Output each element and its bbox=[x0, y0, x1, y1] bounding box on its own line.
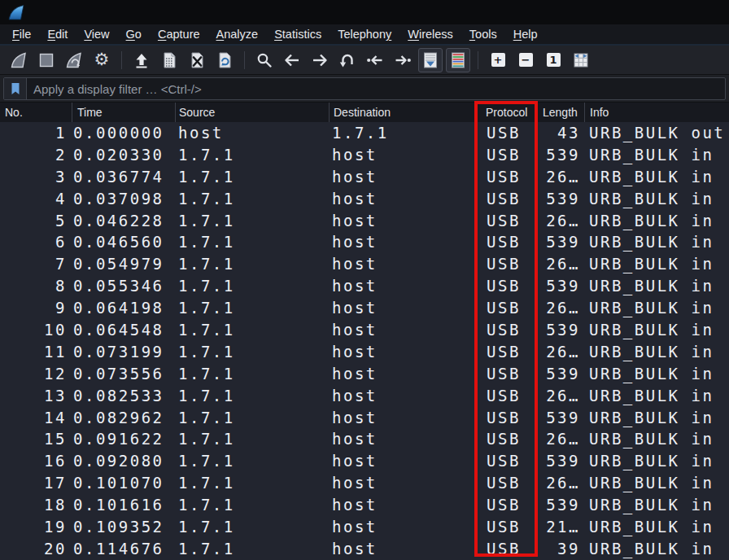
packet-row[interactable]: 130.0825331.7.1hostUSB26…URB_BULK in bbox=[0, 385, 729, 407]
menu-tools[interactable]: Tools bbox=[464, 26, 503, 42]
column-header-time[interactable]: Time bbox=[72, 103, 175, 122]
go-back-icon[interactable] bbox=[280, 48, 304, 72]
menu-telephony[interactable]: Telephony bbox=[332, 26, 397, 42]
packet-row[interactable]: 140.0829621.7.1hostUSB539URB_BULK in bbox=[0, 407, 729, 429]
packet-row[interactable]: 30.0367741.7.1hostUSB26…URB_BULK in bbox=[0, 166, 729, 188]
packet-row[interactable]: 20.0203301.7.1hostUSB539URB_BULK in bbox=[0, 144, 729, 166]
menu-view[interactable]: View bbox=[78, 26, 115, 42]
cell-source: 1.7.1 bbox=[175, 341, 329, 363]
cell-destination: host bbox=[329, 472, 477, 494]
cell-destination: host bbox=[329, 450, 477, 472]
titlebar bbox=[0, 0, 729, 24]
cell-info: URB_BULK in bbox=[584, 516, 729, 538]
capture-options-icon[interactable]: ⚙ bbox=[89, 48, 114, 72]
save-capture-file-icon[interactable] bbox=[157, 48, 181, 72]
cell-no: 4 bbox=[0, 188, 72, 210]
cell-no: 8 bbox=[0, 275, 72, 297]
cell-no: 20 bbox=[0, 538, 72, 560]
packet-row[interactable]: 70.0549791.7.1hostUSB26…URB_BULK in bbox=[0, 253, 729, 275]
cell-source: 1.7.1 bbox=[175, 188, 329, 210]
packet-row[interactable]: 110.0731991.7.1hostUSB26…URB_BULK in bbox=[0, 341, 729, 363]
close-capture-file-icon[interactable] bbox=[185, 48, 209, 72]
zoom-in-icon[interactable]: + bbox=[486, 48, 510, 72]
packet-row[interactable]: 200.1146761.7.1hostUSB39URB_BULK in bbox=[0, 538, 729, 560]
cell-no: 13 bbox=[0, 385, 72, 407]
cell-length: 539 bbox=[537, 275, 584, 297]
cell-length: 539 bbox=[537, 319, 584, 341]
packet-row[interactable]: 80.0553461.7.1hostUSB539URB_BULK in bbox=[0, 275, 729, 297]
wireshark-logo-icon bbox=[7, 2, 26, 22]
cell-source: 1.7.1 bbox=[175, 210, 329, 232]
packet-list: 10.000000host1.7.1USB43URB_BULK out20.02… bbox=[0, 122, 729, 560]
resize-columns-icon[interactable] bbox=[569, 48, 593, 72]
colorize-packets-icon[interactable] bbox=[446, 48, 470, 72]
filter-bookmark-button[interactable] bbox=[4, 78, 27, 99]
column-header-no[interactable]: No. bbox=[0, 103, 72, 122]
cell-no: 18 bbox=[0, 494, 72, 516]
cell-destination: host bbox=[329, 363, 477, 385]
cell-length: 26… bbox=[537, 341, 584, 363]
packet-row[interactable]: 190.1093521.7.1hostUSB21…URB_BULK in bbox=[0, 516, 729, 538]
column-header-protocol[interactable]: Protocol bbox=[477, 103, 537, 122]
menu-go[interactable]: Go bbox=[120, 26, 147, 42]
cell-info: URB_BULK in bbox=[584, 210, 729, 232]
cell-length: 26… bbox=[537, 428, 584, 450]
find-packet-icon[interactable] bbox=[252, 48, 277, 72]
zoom-out-icon[interactable]: − bbox=[513, 48, 538, 72]
open-capture-file-icon[interactable] bbox=[129, 48, 154, 72]
auto-scroll-icon[interactable] bbox=[418, 48, 443, 72]
packet-row[interactable]: 120.0735561.7.1hostUSB539URB_BULK in bbox=[0, 363, 729, 385]
cell-info: URB_BULK in bbox=[584, 407, 729, 429]
menu-wireless[interactable]: Wireless bbox=[402, 26, 459, 42]
cell-time: 0.055346 bbox=[72, 275, 175, 297]
go-last-packet-icon[interactable] bbox=[391, 48, 415, 72]
packet-row[interactable]: 100.0645481.7.1hostUSB539URB_BULK in bbox=[0, 319, 729, 341]
column-header-length[interactable]: Length bbox=[537, 103, 584, 122]
packet-row[interactable]: 50.0462281.7.1hostUSB26…URB_BULK in bbox=[0, 210, 729, 232]
reload-capture-file-icon[interactable] bbox=[212, 48, 237, 72]
go-forward-icon[interactable] bbox=[308, 48, 332, 72]
packet-row[interactable]: 10.000000host1.7.1USB43URB_BULK out bbox=[0, 122, 729, 144]
menu-capture[interactable]: Capture bbox=[152, 26, 206, 42]
cell-info: URB_BULK in bbox=[584, 188, 729, 210]
cell-protocol: USB bbox=[477, 297, 537, 319]
packet-row[interactable]: 60.0465601.7.1hostUSB539URB_BULK in bbox=[0, 231, 729, 253]
cell-info: URB_BULK in bbox=[584, 144, 729, 166]
cell-length: 539 bbox=[537, 450, 584, 472]
stop-capture-icon[interactable] bbox=[34, 48, 59, 72]
packet-table-header: No.TimeSourceDestinationProtocolLengthIn… bbox=[0, 103, 729, 122]
menu-file[interactable]: File bbox=[7, 26, 37, 42]
zoom-100-icon[interactable]: 1 bbox=[541, 48, 565, 72]
column-header-source[interactable]: Source bbox=[175, 103, 329, 122]
display-filter-input[interactable]: Apply a display filter … <Ctrl-/> bbox=[3, 77, 726, 100]
cell-destination: host bbox=[329, 494, 477, 516]
cell-protocol: USB bbox=[477, 341, 537, 363]
column-header-info[interactable]: Info bbox=[584, 103, 729, 122]
cell-info: URB_BULK in bbox=[584, 319, 729, 341]
cell-destination: host bbox=[329, 144, 477, 166]
menubar: FileEditViewGoCaptureAnalyzeStatisticsTe… bbox=[0, 24, 729, 46]
cell-time: 0.092080 bbox=[72, 450, 175, 472]
packet-row[interactable]: 40.0370981.7.1hostUSB539URB_BULK in bbox=[0, 188, 729, 210]
cell-destination: host bbox=[329, 407, 477, 429]
menu-statistics[interactable]: Statistics bbox=[268, 26, 327, 42]
column-header-destination[interactable]: Destination bbox=[329, 103, 477, 122]
cell-destination: host bbox=[329, 319, 477, 341]
packet-row[interactable]: 160.0920801.7.1hostUSB539URB_BULK in bbox=[0, 450, 729, 472]
cell-protocol: USB bbox=[477, 407, 537, 429]
packet-row[interactable]: 170.1010701.7.1hostUSB26…URB_BULK in bbox=[0, 472, 729, 494]
packet-row[interactable]: 180.1016161.7.1hostUSB539URB_BULK in bbox=[0, 494, 729, 516]
packet-row[interactable]: 90.0641981.7.1hostUSB26…URB_BULK in bbox=[0, 297, 729, 319]
restart-capture-icon[interactable] bbox=[62, 48, 86, 72]
start-capture-icon[interactable] bbox=[7, 48, 31, 72]
cell-source: 1.7.1 bbox=[175, 494, 329, 516]
packet-row[interactable]: 150.0916221.7.1hostUSB26…URB_BULK in bbox=[0, 428, 729, 450]
cell-time: 0.114676 bbox=[72, 538, 175, 560]
cell-no: 19 bbox=[0, 516, 72, 538]
cell-no: 11 bbox=[0, 341, 72, 363]
go-to-packet-icon[interactable] bbox=[335, 48, 360, 72]
menu-edit[interactable]: Edit bbox=[41, 26, 73, 42]
menu-analyze[interactable]: Analyze bbox=[211, 26, 264, 42]
go-first-packet-icon[interactable] bbox=[363, 48, 387, 72]
menu-help[interactable]: Help bbox=[508, 26, 543, 42]
